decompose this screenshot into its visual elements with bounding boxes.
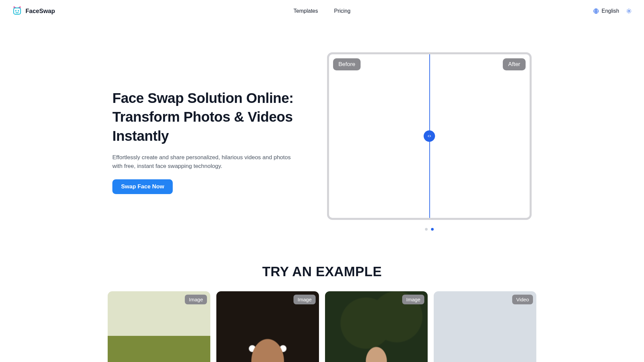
example-badge: Video — [512, 295, 533, 304]
header: FaceSwap Templates Pricing English — [0, 0, 644, 22]
svg-point-1 — [15, 10, 16, 11]
compare-handle[interactable] — [424, 130, 435, 142]
nav-pricing[interactable]: Pricing — [334, 8, 351, 14]
example-badge: Image — [293, 295, 316, 304]
nav-templates[interactable]: Templates — [293, 8, 318, 14]
theme-toggle[interactable] — [626, 8, 632, 14]
hero-text: Face Swap Solution Online: Transform Pho… — [112, 89, 307, 194]
language-selector[interactable]: English — [593, 8, 619, 14]
after-badge: After — [503, 58, 526, 70]
examples-row: Image Image Image Video — [0, 291, 644, 362]
svg-point-4 — [628, 10, 630, 12]
examples-title: TRY AN EXAMPLE — [0, 264, 644, 279]
logo-icon — [12, 6, 22, 16]
swap-face-button[interactable]: Swap Face Now — [112, 179, 173, 194]
carousel-dot-2[interactable] — [431, 228, 434, 231]
globe-icon — [593, 8, 599, 14]
svg-point-2 — [18, 10, 19, 11]
sun-icon — [626, 8, 632, 14]
compare-wrapper: Before After — [327, 52, 532, 231]
logo-group[interactable]: FaceSwap — [12, 6, 55, 16]
nav-center: Templates Pricing — [293, 8, 351, 14]
hero-subtitle: Effortlessly create and share personaliz… — [112, 153, 300, 171]
carousel-dot-1[interactable] — [425, 228, 428, 231]
example-card-3[interactable]: Image — [325, 291, 428, 362]
language-label: English — [602, 8, 619, 14]
example-badge: Image — [185, 295, 207, 304]
example-card-2[interactable]: Image — [216, 291, 319, 362]
brand-name: FaceSwap — [25, 8, 55, 15]
chevrons-icon — [427, 134, 432, 138]
svg-rect-0 — [14, 8, 21, 14]
header-right: English — [593, 8, 632, 14]
example-card-1[interactable]: Image — [108, 291, 210, 362]
compare-card: Before After — [327, 52, 532, 220]
hero-title: Face Swap Solution Online: Transform Pho… — [112, 89, 307, 146]
carousel-dots — [327, 228, 532, 231]
hero-section: Face Swap Solution Online: Transform Pho… — [0, 22, 644, 231]
example-card-4[interactable]: Video — [434, 291, 536, 362]
example-badge: Image — [402, 295, 424, 304]
before-badge: Before — [333, 58, 361, 70]
